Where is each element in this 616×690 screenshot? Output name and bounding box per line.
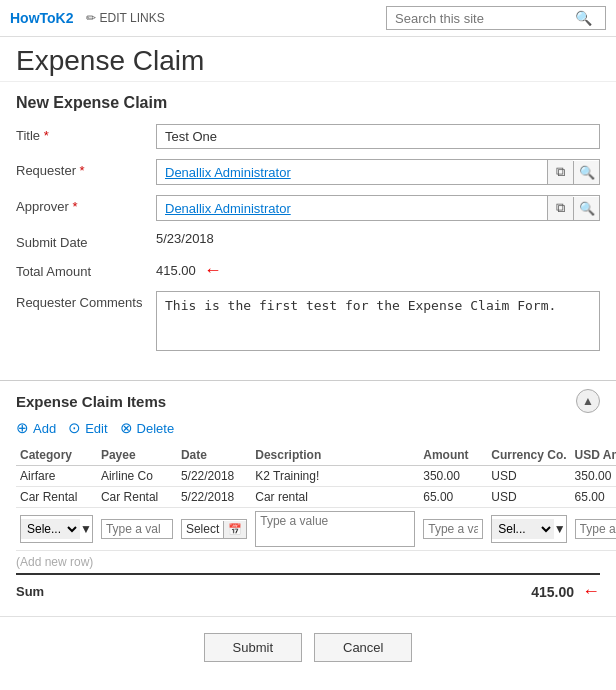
comments-value: This is the first test for the Expense C… xyxy=(156,291,600,354)
edit-button[interactable]: ⊙ Edit xyxy=(68,419,107,437)
row2-usd-amount: 65.00 xyxy=(571,487,616,508)
delete-button[interactable]: ⊗ Delete xyxy=(120,419,175,437)
payee-input[interactable] xyxy=(101,519,173,539)
row1-description: K2 Training! xyxy=(251,466,419,487)
new-date-cell: Select 📅 xyxy=(177,508,251,551)
row2-category: Car Rental xyxy=(16,487,97,508)
title-input[interactable] xyxy=(156,124,600,149)
new-currency-cell: Sel... ▼ xyxy=(487,508,570,551)
col-usd-amount: USD Amount xyxy=(571,445,616,466)
footer-buttons: Submit Cancel xyxy=(0,616,616,678)
search-box: 🔍 xyxy=(386,6,606,30)
approver-input[interactable] xyxy=(157,197,547,220)
title-row: Title * xyxy=(16,124,600,149)
toolbar: ⊕ Add ⊙ Edit ⊗ Delete xyxy=(16,419,600,437)
title-label: Title * xyxy=(16,124,156,143)
approver-label: Approver * xyxy=(16,195,156,214)
category-dropdown-arrow: ▼ xyxy=(80,522,92,536)
edit-icon: ⊙ xyxy=(68,419,81,437)
add-button[interactable]: ⊕ Add xyxy=(16,419,56,437)
currency-select-wrapper: Sel... ▼ xyxy=(491,515,566,543)
sum-value-area: 415.00 ← xyxy=(531,581,600,602)
approver-copy-icon[interactable]: ⧉ xyxy=(547,196,573,220)
row2-description: Car rental xyxy=(251,487,419,508)
row1-category: Airfare xyxy=(16,466,97,487)
search-icon: 🔍 xyxy=(575,10,592,26)
submit-date-label: Submit Date xyxy=(16,231,156,250)
items-table: Category Payee Date Description Amount C… xyxy=(16,445,616,551)
items-header: Expense Claim Items ▲ xyxy=(16,389,600,413)
sum-label: Sum xyxy=(16,584,44,599)
requester-row: Requester * ⧉ 🔍 xyxy=(16,159,600,185)
row2-currency: USD xyxy=(487,487,570,508)
comments-input[interactable]: This is the first test for the Expense C… xyxy=(156,291,600,351)
submit-button[interactable]: Submit xyxy=(204,633,302,662)
calendar-icon[interactable]: 📅 xyxy=(223,521,246,538)
row1-payee: Airline Co xyxy=(97,466,177,487)
col-amount: Amount xyxy=(419,445,487,466)
collapse-button[interactable]: ▲ xyxy=(576,389,600,413)
comments-label: Requester Comments xyxy=(16,291,156,310)
new-category-cell: Sele... ▼ xyxy=(16,508,97,551)
col-date: Date xyxy=(177,445,251,466)
select-date-label[interactable]: Select xyxy=(182,520,223,538)
new-description-cell xyxy=(251,508,419,551)
currency-select[interactable]: Sel... xyxy=(492,519,553,539)
comments-row: Requester Comments This is the first tes… xyxy=(16,291,600,354)
row2-amount: 65.00 xyxy=(419,487,487,508)
site-name[interactable]: HowToK2 xyxy=(10,10,74,26)
category-select-wrapper: Sele... ▼ xyxy=(20,515,93,543)
requester-copy-icon[interactable]: ⧉ xyxy=(547,160,573,184)
col-category: Category xyxy=(16,445,97,466)
table-row: Airfare Airline Co 5/22/2018 K2 Training… xyxy=(16,466,616,487)
row1-date: 5/22/2018 xyxy=(177,466,251,487)
sum-value: 415.00 xyxy=(531,584,574,600)
col-description: Description xyxy=(251,445,419,466)
page-title: Expense Claim xyxy=(0,37,616,82)
pencil-icon: ✏ xyxy=(86,11,96,25)
usd-amount-input[interactable] xyxy=(575,519,616,539)
edit-links-label: EDIT LINKS xyxy=(100,11,165,25)
row1-currency: USD xyxy=(487,466,570,487)
requester-label: Requester * xyxy=(16,159,156,178)
total-amount-area: 415.00 ← xyxy=(156,260,600,281)
amount-input[interactable] xyxy=(423,519,483,539)
row1-usd-amount: 350.00 xyxy=(571,466,616,487)
approver-value: ⧉ 🔍 xyxy=(156,195,600,221)
approver-input-group: ⧉ 🔍 xyxy=(156,195,600,221)
requester-input-group: ⧉ 🔍 xyxy=(156,159,600,185)
add-new-row[interactable]: (Add new row) xyxy=(16,551,600,573)
items-section: Expense Claim Items ▲ ⊕ Add ⊙ Edit ⊗ Del… xyxy=(0,385,616,616)
requester-input[interactable] xyxy=(157,161,547,184)
total-amount-arrow: ← xyxy=(204,260,222,281)
description-input-wrapper xyxy=(255,511,415,547)
table-header-row: Category Payee Date Description Amount C… xyxy=(16,445,616,466)
items-title: Expense Claim Items xyxy=(16,393,166,410)
approver-search-icon[interactable]: 🔍 xyxy=(573,197,599,220)
edit-links[interactable]: ✏ EDIT LINKS xyxy=(86,11,165,25)
title-value xyxy=(156,124,600,149)
new-amount-cell xyxy=(419,508,487,551)
submit-date-row: Submit Date 5/23/2018 xyxy=(16,231,600,250)
sum-row: Sum 415.00 ← xyxy=(16,573,600,608)
new-payee-cell xyxy=(97,508,177,551)
requester-value: ⧉ 🔍 xyxy=(156,159,600,185)
currency-dropdown-arrow: ▼ xyxy=(554,522,566,536)
search-input[interactable] xyxy=(395,11,575,26)
approver-row: Approver * ⧉ 🔍 xyxy=(16,195,600,221)
date-input-group: Select 📅 xyxy=(181,519,247,539)
new-entry-row: Sele... ▼ Select 📅 xyxy=(16,508,616,551)
requester-search-icon[interactable]: 🔍 xyxy=(573,161,599,184)
new-usd-amount-cell xyxy=(571,508,616,551)
delete-icon: ⊗ xyxy=(120,419,133,437)
top-nav: HowToK2 ✏ EDIT LINKS 🔍 xyxy=(0,0,616,37)
category-select[interactable]: Sele... xyxy=(21,519,80,539)
section-divider xyxy=(0,380,616,381)
cancel-button[interactable]: Cancel xyxy=(314,633,412,662)
form-section-heading: New Expense Claim xyxy=(16,94,600,112)
description-input[interactable] xyxy=(260,514,410,528)
row1-amount: 350.00 xyxy=(419,466,487,487)
row2-payee: Car Rental xyxy=(97,487,177,508)
total-amount-value: 415.00 xyxy=(156,263,196,278)
add-icon: ⊕ xyxy=(16,419,29,437)
